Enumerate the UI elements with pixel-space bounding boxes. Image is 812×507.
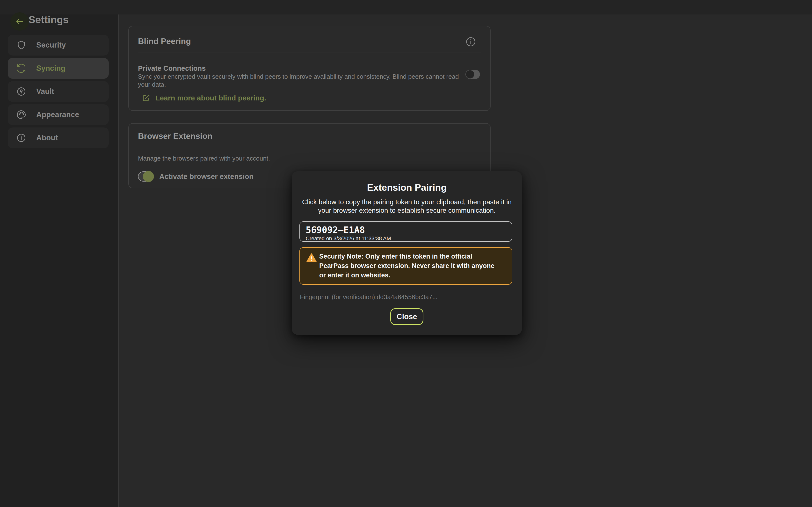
sidebar-item-label: About: [36, 133, 58, 142]
sidebar-item-about[interactable]: About: [8, 127, 109, 148]
learn-more-link[interactable]: Learn more about blind peering.: [141, 94, 266, 103]
private-connections-toggle[interactable]: [465, 70, 480, 79]
sidebar-nav: Security Syncing Vault Appearance About: [8, 35, 109, 151]
page-title: Settings: [29, 14, 69, 25]
security-note-text: Security Note: Only enter this token in …: [319, 252, 498, 280]
activate-extension-label: Activate browser extension: [159, 172, 254, 181]
sidebar-item-label: Vault: [36, 87, 54, 96]
sidebar-item-syncing[interactable]: Syncing: [8, 58, 109, 79]
close-button-label: Close: [397, 313, 417, 321]
info-icon[interactable]: [465, 36, 476, 48]
window-titlebar: [0, 0, 812, 14]
sidebar-item-appearance[interactable]: Appearance: [8, 104, 109, 125]
security-note-box: Security Note: Only enter this token in …: [299, 247, 512, 285]
app-root: Settings Security Syncing Vault Appearan…: [0, 0, 812, 507]
sidebar-item-label: Appearance: [36, 110, 79, 119]
activate-extension-toggle[interactable]: [138, 171, 153, 181]
shield-icon: [16, 40, 27, 50]
card-title: Blind Peering: [138, 37, 191, 46]
back-button[interactable]: [10, 12, 29, 31]
modal-title: Extension Pairing: [292, 182, 522, 193]
learn-more-label: Learn more about blind peering.: [155, 94, 266, 102]
card-title: Browser Extension: [138, 131, 212, 141]
token-created-timestamp: Created on 3/3/2026 at 11:33:38 AM: [306, 235, 391, 242]
info-icon: [16, 132, 27, 143]
card-description: Manage the browsers paired with your acc…: [138, 155, 462, 163]
sidebar-item-label: Security: [36, 41, 66, 50]
setting-description: Sync your encrypted vault securely with …: [138, 73, 462, 89]
toggle-knob: [466, 70, 474, 78]
sidebar-item-label: Syncing: [36, 64, 65, 73]
external-link-icon: [141, 94, 151, 103]
sidebar-item-vault[interactable]: Vault: [8, 81, 109, 102]
pairing-token-value: 569092–E1A8: [306, 225, 365, 235]
sidebar-divider: [118, 14, 119, 507]
activate-extension-row: Activate browser extension: [138, 171, 254, 181]
arrow-left-icon: [15, 17, 24, 26]
blind-peering-card: Blind Peering Private Connections Sync y…: [128, 26, 491, 111]
modal-instructions: Click below to copy the pairing token to…: [300, 198, 513, 215]
warning-triangle-icon: [306, 252, 317, 263]
close-button[interactable]: Close: [390, 308, 423, 325]
setting-label: Private Connections: [138, 64, 206, 72]
palette-icon: [16, 109, 27, 120]
vault-keyhole-icon: [16, 86, 27, 97]
extension-pairing-modal: Extension Pairing Click below to copy th…: [292, 171, 522, 335]
fingerprint-text: Fingerprint (for verification):dd3a4a645…: [300, 293, 438, 301]
pairing-token-box[interactable]: 569092–E1A8 Created on 3/3/2026 at 11:33…: [299, 221, 512, 242]
card-divider: [138, 52, 481, 52]
toggle-knob: [143, 171, 154, 182]
sync-icon: [16, 63, 27, 74]
sidebar-item-security[interactable]: Security: [8, 35, 109, 56]
card-divider: [138, 147, 481, 147]
